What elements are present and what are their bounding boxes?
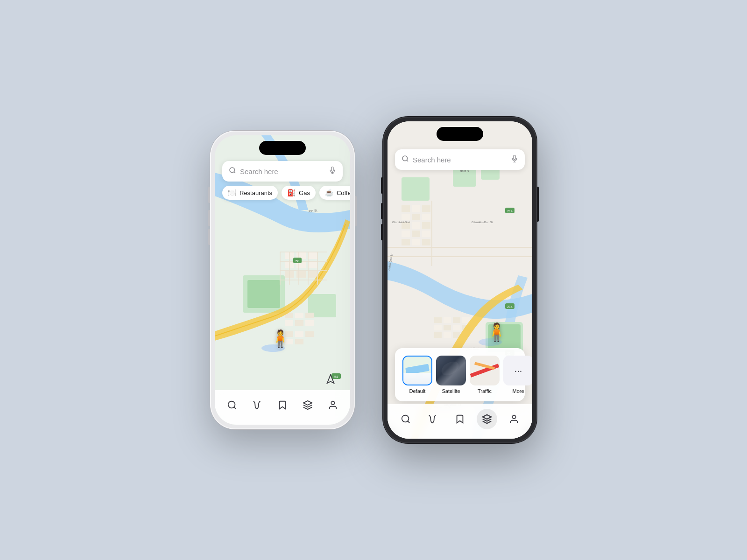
coffee-icon: ☕ — [325, 189, 334, 197]
map-type-satellite[interactable]: Satellite — [436, 356, 466, 394]
svg-point-95 — [402, 415, 409, 422]
map-type-default[interactable]: Default — [402, 356, 432, 394]
map-more-button[interactable]: ··· — [503, 356, 532, 385]
search-icon-left — [229, 167, 236, 176]
phones-container: 50 54 Jon St 🧍 — [210, 117, 537, 443]
map-type-panel: Default Satellite Traffic — [395, 348, 525, 401]
svg-rect-59 — [402, 231, 410, 237]
tab-profile-right[interactable] — [504, 409, 524, 429]
search-bar-left[interactable]: Search here — [222, 161, 343, 182]
svg-rect-60 — [412, 231, 420, 237]
map-type-satellite-label: Satellite — [442, 388, 460, 394]
svg-text:50: 50 — [296, 259, 299, 263]
svg-rect-52 — [422, 205, 430, 212]
map-type-traffic-label: Traffic — [478, 388, 492, 394]
chip-gas-label: Gas — [299, 189, 310, 196]
svg-rect-65 — [434, 317, 442, 323]
map-type-grid: Default Satellite Traffic — [402, 356, 517, 394]
tab-layers-right[interactable] — [477, 409, 497, 429]
svg-rect-68 — [462, 317, 470, 323]
chip-restaurants[interactable]: 🍽️ Restaurants — [222, 186, 278, 200]
svg-rect-47 — [402, 177, 430, 201]
nav-arrow-left[interactable] — [322, 371, 339, 387]
svg-rect-62 — [402, 239, 410, 245]
svg-rect-6 — [308, 252, 317, 259]
svg-rect-18 — [305, 320, 314, 326]
svg-rect-11 — [296, 271, 306, 278]
svg-point-41 — [228, 401, 235, 408]
svg-rect-74 — [444, 332, 451, 338]
svg-rect-61 — [422, 231, 430, 237]
gas-icon: ⛽ — [287, 189, 296, 197]
mic-icon-right — [511, 155, 518, 164]
svg-rect-69 — [434, 325, 442, 330]
svg-rect-51 — [412, 205, 420, 212]
map-type-more[interactable]: ··· More — [503, 356, 532, 394]
map-thumb-satellite — [436, 356, 466, 385]
svg-rect-63 — [412, 239, 420, 245]
tab-bookmark-right[interactable] — [450, 409, 470, 429]
svg-rect-15 — [305, 313, 314, 318]
map-type-default-label: Default — [409, 388, 426, 394]
svg-rect-23 — [295, 339, 303, 344]
category-chips-left: 🍽️ Restaurants ⛽ Gas ☕ Coffee — [222, 186, 350, 200]
tab-search-left[interactable] — [222, 395, 242, 415]
svg-rect-73 — [434, 332, 442, 338]
svg-rect-53 — [402, 214, 410, 220]
svg-point-43 — [331, 401, 334, 405]
chip-coffee[interactable]: ☕ Coffee — [319, 186, 350, 200]
map-thumb-traffic — [470, 356, 500, 385]
phone-right: 重通り Shieki Dori St Donaadori St Keyaki D… — [383, 117, 537, 443]
mic-icon-left — [329, 167, 336, 176]
tab-route-right[interactable] — [423, 409, 443, 429]
tab-layers-left[interactable] — [297, 395, 318, 415]
tab-search-right[interactable] — [395, 409, 416, 429]
screen-right: 重通り Shieki Dori St Donaadori St Keyaki D… — [388, 121, 532, 439]
svg-rect-58 — [422, 222, 430, 229]
svg-rect-16 — [285, 320, 293, 326]
map-thumb-default — [402, 356, 432, 385]
chip-coffee-label: Coffee — [337, 189, 350, 196]
restaurants-icon: 🍽️ — [228, 189, 237, 197]
svg-rect-71 — [453, 325, 460, 330]
svg-text:214: 214 — [507, 305, 513, 308]
more-dots-icon: ··· — [514, 365, 522, 376]
search-bar-right[interactable]: Search here — [395, 149, 525, 170]
svg-rect-12 — [308, 271, 317, 278]
tab-bar-right — [388, 404, 532, 439]
svg-rect-55 — [422, 214, 430, 220]
tab-bookmark-left[interactable] — [272, 395, 293, 415]
svg-rect-17 — [295, 320, 303, 326]
screen-left: 50 54 Jon St 🧍 — [215, 135, 350, 425]
phone-left: 50 54 Jon St 🧍 — [210, 131, 355, 429]
tab-route-left[interactable] — [247, 395, 268, 415]
svg-rect-64 — [422, 239, 430, 245]
search-placeholder-right: Search here — [413, 156, 511, 164]
svg-rect-70 — [444, 325, 451, 330]
svg-rect-14 — [295, 313, 303, 318]
svg-text:214: 214 — [507, 210, 513, 213]
svg-text:Ofumikini-Dori: Ofumikini-Dori — [392, 221, 410, 224]
search-icon-right — [402, 155, 409, 164]
map-type-traffic[interactable]: Traffic — [470, 356, 500, 394]
person-pin-right: 🧍 — [486, 322, 507, 343]
svg-rect-9 — [308, 261, 317, 268]
tab-bar-left — [215, 390, 350, 425]
dynamic-island-right — [437, 127, 483, 141]
svg-point-92 — [402, 156, 408, 161]
svg-rect-2 — [247, 280, 280, 308]
svg-marker-96 — [483, 415, 491, 419]
chip-gas[interactable]: ⛽ Gas — [282, 186, 316, 200]
svg-marker-42 — [303, 401, 312, 405]
svg-rect-20 — [295, 331, 303, 337]
svg-rect-66 — [444, 317, 451, 323]
svg-rect-21 — [305, 331, 314, 337]
svg-rect-57 — [412, 222, 420, 229]
svg-point-97 — [512, 415, 515, 419]
dynamic-island-left — [259, 141, 306, 155]
tab-profile-left[interactable] — [323, 395, 343, 415]
person-pin-left: 🧍 — [270, 329, 291, 349]
svg-rect-54 — [412, 214, 420, 220]
svg-point-38 — [230, 168, 235, 173]
svg-text:Ofumikini-Dori St: Ofumikini-Dori St — [472, 221, 493, 224]
